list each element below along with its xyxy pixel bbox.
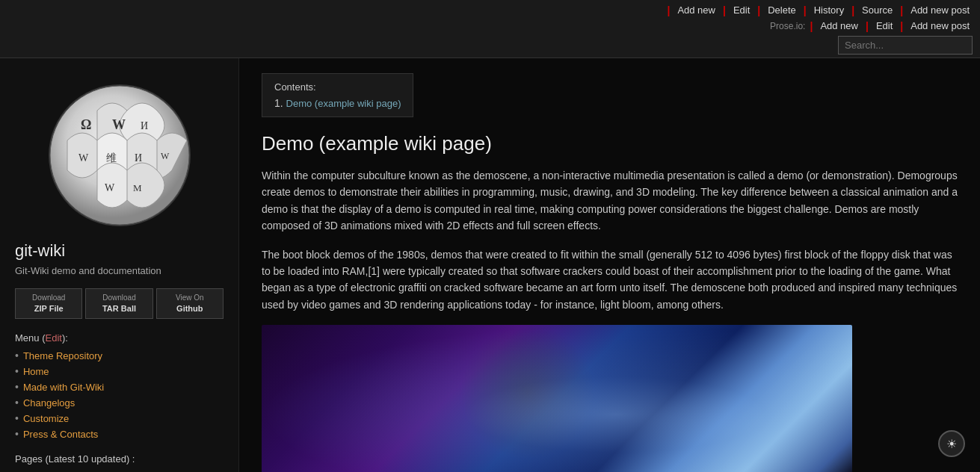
source-link[interactable]: Source: [859, 3, 896, 17]
menu-item-theme-repository[interactable]: Theme Repository: [23, 350, 102, 361]
svg-text:W: W: [112, 117, 126, 132]
search-row: [838, 34, 973, 55]
site-subtitle: Git-Wiki demo and documentation: [15, 265, 224, 276]
theme-toggle-button[interactable]: ☀: [938, 430, 965, 457]
contents-item-number: 1.: [274, 97, 283, 109]
sun-icon: ☀: [946, 437, 957, 451]
nav-separator-5: |: [851, 4, 854, 16]
add-new-post-link[interactable]: Add new post: [907, 3, 973, 17]
nav-separator-4: |: [804, 4, 807, 16]
menu-item-customize[interactable]: Customize: [23, 413, 69, 424]
menu-item-made-with[interactable]: Made with Git-Wiki: [23, 382, 104, 393]
nav-separator-1: |: [667, 4, 670, 16]
list-item: Press & Contacts: [15, 428, 224, 440]
prose-add-new-post-link[interactable]: Add new post: [907, 19, 973, 33]
list-item: Changelogs: [15, 397, 224, 409]
menu-item-home[interactable]: Home: [23, 366, 49, 377]
nav-row-2: Prose.io: | Add new | Edit | Add new pos…: [770, 19, 973, 33]
add-new-link[interactable]: Add new: [674, 3, 718, 17]
nav-separator-3: |: [757, 4, 760, 16]
contents-item: 1. Demo (example wiki page): [274, 97, 401, 109]
search-input[interactable]: [838, 36, 973, 55]
download-zip-bottom: ZIP File: [22, 303, 75, 314]
view-github-bottom: Github: [163, 303, 217, 314]
nav-separator-6: |: [900, 4, 903, 16]
menu-item-press-contacts[interactable]: Press & Contacts: [23, 429, 98, 440]
list-item: Customize: [15, 412, 224, 424]
svg-text:Ω: Ω: [81, 117, 91, 132]
paragraph-1: Within the computer subculture known as …: [262, 167, 958, 235]
nav-row-1: | Add new | Edit | Delete | History | So…: [665, 3, 973, 17]
nav-separator-7: |: [810, 20, 813, 32]
table-of-contents: Contents: 1. Demo (example wiki page): [262, 73, 413, 117]
contents-item-link[interactable]: Demo (example wiki page): [286, 98, 401, 109]
list-item: Made with Git-Wiki: [15, 381, 224, 393]
menu-item-changelogs[interactable]: Changelogs: [23, 397, 75, 409]
nav-separator-8: |: [866, 20, 869, 32]
list-item: Theme Repository: [15, 350, 224, 361]
top-navigation: | Add new | Edit | Delete | History | So…: [0, 0, 980, 58]
prose-label: Prose.io:: [770, 21, 805, 31]
menu-edit-link[interactable]: Edit: [45, 332, 61, 344]
download-zip-button[interactable]: Download ZIP File: [15, 288, 82, 319]
svg-text:И: И: [141, 120, 148, 131]
svg-text:W: W: [105, 182, 115, 193]
delete-link[interactable]: Delete: [765, 3, 799, 17]
contents-title: Contents:: [274, 81, 401, 93]
download-zip-top: Download: [22, 293, 75, 303]
view-github-top: View On: [163, 293, 217, 303]
edit-link[interactable]: Edit: [730, 3, 753, 17]
paragraph-2: The boot block demos of the 1980s, demos…: [262, 246, 958, 314]
svg-text:W: W: [78, 152, 89, 164]
svg-text:W: W: [161, 151, 170, 161]
page-title: Demo (example wiki page): [262, 132, 958, 155]
pages-header: Pages (Latest 10 updated) :: [15, 453, 224, 465]
nav-separator-9: |: [900, 20, 903, 32]
svg-text:И: И: [135, 152, 142, 164]
prose-add-new-link[interactable]: Add new: [817, 19, 861, 33]
menu-list: Theme Repository Home Made with Git-Wiki…: [15, 350, 224, 440]
nav-separator-2: |: [723, 4, 726, 16]
svg-text:维: 维: [106, 152, 117, 164]
main-layout: Ω W И W 维 И W W M git-wiki Git-Wiki demo…: [0, 58, 980, 472]
download-tar-bottom: TAR Ball: [92, 303, 146, 314]
prose-edit-link[interactable]: Edit: [873, 19, 896, 33]
view-github-button[interactable]: View On Github: [156, 288, 224, 319]
download-buttons-group: Download ZIP File Download TAR Ball View…: [15, 288, 224, 319]
wiki-logo: Ω W И W 维 И W W M: [15, 69, 224, 234]
menu-header: Menu (Edit):: [15, 332, 224, 344]
site-title: git-wiki: [15, 241, 224, 261]
demo-image: [262, 325, 852, 472]
svg-text:M: M: [133, 182, 142, 193]
wikipedia-globe-icon: Ω W И W 维 И W W M: [37, 69, 202, 234]
list-item: Home: [15, 365, 224, 377]
download-tar-top: Download: [92, 293, 146, 303]
download-tar-button[interactable]: Download TAR Ball: [85, 288, 152, 319]
history-link[interactable]: History: [811, 3, 847, 17]
main-content: Contents: 1. Demo (example wiki page) De…: [239, 58, 980, 472]
sidebar: Ω W И W 维 И W W M git-wiki Git-Wiki demo…: [0, 58, 239, 472]
